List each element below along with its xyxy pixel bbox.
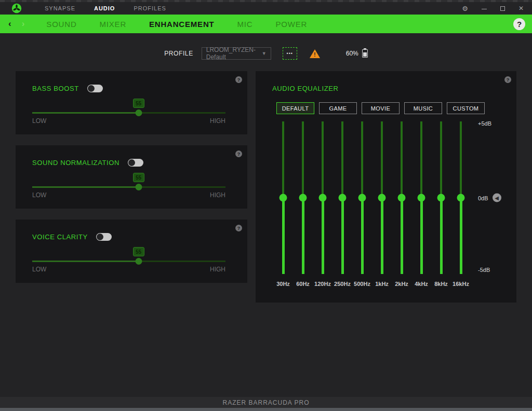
- eq-band-track[interactable]: [460, 121, 462, 274]
- eq-band-track[interactable]: [282, 121, 285, 274]
- collapse-left-arrow-button[interactable]: ◀: [493, 194, 501, 202]
- minimize-button[interactable]: [482, 4, 487, 13]
- tab-mic[interactable]: MIC: [237, 20, 253, 29]
- eq-track-upper: [302, 121, 304, 198]
- eq-band-track[interactable]: [302, 121, 304, 274]
- eq-bands: 30Hz60Hz120Hz250Hz500Hz1kHz2kHz4kHz8kHz1…: [273, 121, 471, 287]
- eq-band-track[interactable]: [440, 121, 443, 274]
- eq-band-label: 250Hz: [334, 281, 351, 287]
- titlebar-tab-profiles[interactable]: PROFILES: [134, 5, 166, 11]
- preset-default-button[interactable]: DEFAULT: [276, 102, 314, 114]
- eq-band-thumb[interactable]: [418, 194, 425, 202]
- voice-clarity-slider[interactable]: 55 LOW HIGH: [32, 247, 225, 274]
- help-circle-icon[interactable]: ?: [235, 150, 242, 157]
- eq-band-2khz: 2kHz: [392, 121, 411, 287]
- toggle-knob: [97, 234, 103, 240]
- eq-band-track[interactable]: [381, 121, 383, 274]
- bass-boost-toggle[interactable]: [87, 85, 103, 92]
- tab-mixer[interactable]: MIXER: [100, 20, 127, 29]
- eq-band-label: 2kHz: [395, 281, 408, 287]
- back-arrow-icon[interactable]: ‹: [8, 19, 11, 29]
- slider-value-badge: 55: [133, 173, 144, 182]
- slider-value-badge: 55: [133, 247, 144, 256]
- titlebar-tab-audio[interactable]: AUDIO: [94, 5, 115, 11]
- slider-thumb[interactable]: [135, 258, 142, 265]
- battery-status: 60%: [346, 49, 368, 58]
- audio-equalizer-title: AUDIO EQUALIZER: [272, 85, 338, 92]
- eq-head: AUDIO EQUALIZER: [256, 71, 516, 92]
- slider-thumb[interactable]: [135, 184, 142, 190]
- eq-band-label: 500Hz: [354, 281, 370, 287]
- eq-band-thumb[interactable]: [358, 194, 366, 202]
- main-content: PROFILE LROOM_RYZEN-Default ▼ ••• ! 60% …: [0, 33, 532, 397]
- warning-exclamation: !: [310, 51, 320, 58]
- slider-track[interactable]: [32, 261, 225, 262]
- maximize-button[interactable]: [500, 4, 505, 13]
- eq-track-upper: [282, 121, 284, 198]
- voice-clarity-toggle[interactable]: [96, 233, 112, 241]
- voice-clarity-panel: ? VOICE CLARITY 55 LOW HIGH: [16, 220, 247, 283]
- eq-band-30hz: 30Hz: [273, 121, 293, 287]
- help-button[interactable]: ?: [513, 18, 525, 30]
- eq-band-track[interactable]: [361, 121, 364, 274]
- sound-normalization-slider[interactable]: 55 LOW HIGH: [32, 173, 225, 200]
- profile-more-button[interactable]: •••: [283, 47, 297, 60]
- eq-band-8khz: 8kHz: [431, 121, 451, 287]
- preset-custom-button[interactable]: CUSTOM: [447, 102, 485, 114]
- eq-band-thumb[interactable]: [457, 194, 465, 202]
- battery-percent-label: 60%: [346, 50, 358, 57]
- slider-labels: LOW HIGH: [32, 266, 225, 273]
- sound-normalization-toggle[interactable]: [128, 159, 143, 167]
- help-circle-icon[interactable]: ?: [235, 76, 242, 83]
- settings-gear-icon[interactable]: ⚙: [462, 5, 468, 12]
- titlebar-tab-synapse[interactable]: SYNAPSE: [45, 5, 75, 11]
- chevron-down-icon: ▼: [262, 51, 267, 56]
- eq-band-thumb[interactable]: [378, 194, 386, 202]
- eq-track-upper: [322, 121, 324, 198]
- scale-mid-row: 0dB ◀: [478, 194, 501, 202]
- eq-band-1khz: 1kHz: [372, 121, 392, 287]
- scale-zero-label: 0dB: [478, 195, 488, 201]
- eq-track-upper: [420, 121, 422, 198]
- eq-track-lower: [440, 198, 443, 274]
- scale-max-label: +5dB: [478, 120, 491, 127]
- eq-track-lower: [420, 198, 423, 274]
- eq-band-track[interactable]: [420, 121, 423, 274]
- eq-band-thumb[interactable]: [280, 194, 287, 202]
- eq-band-60hz: 60Hz: [293, 121, 313, 287]
- slider-thumb[interactable]: [135, 109, 142, 116]
- eq-band-thumb[interactable]: [437, 194, 445, 202]
- preset-music-button[interactable]: MUSIC: [404, 102, 442, 114]
- forward-arrow-icon[interactable]: ›: [22, 19, 25, 29]
- eq-band-thumb[interactable]: [319, 194, 327, 202]
- preset-movie-button[interactable]: MOVIE: [362, 102, 400, 114]
- help-circle-icon[interactable]: ?: [504, 76, 511, 83]
- help-circle-icon[interactable]: ?: [235, 225, 242, 231]
- warning-icon[interactable]: !: [310, 49, 320, 58]
- close-button[interactable]: ✕: [518, 5, 524, 11]
- eq-band-track[interactable]: [322, 121, 324, 274]
- nav-arrows: ‹ ›: [8, 19, 24, 29]
- maximize-icon: [500, 6, 505, 11]
- eq-band-track[interactable]: [341, 121, 344, 274]
- minimize-icon: [482, 9, 487, 9]
- eq-band-500hz: 500Hz: [352, 121, 372, 287]
- footer-bar: RAZER BARRACUDA PRO: [0, 397, 532, 408]
- preset-game-button[interactable]: GAME: [319, 102, 357, 114]
- bass-boost-slider[interactable]: 55 LOW HIGH: [32, 99, 225, 126]
- tab-power[interactable]: POWER: [275, 20, 307, 29]
- tab-enhancement[interactable]: ENHANCEMENT: [149, 20, 214, 29]
- eq-band-thumb[interactable]: [398, 194, 406, 202]
- profile-dropdown[interactable]: LROOM_RYZEN-Default ▼: [202, 47, 271, 60]
- sound-normalization-title: SOUND NORMALIZATION: [32, 159, 119, 167]
- navbar: ‹ › SOUND MIXER ENHANCEMENT MIC POWER ?: [0, 15, 532, 33]
- tab-sound[interactable]: SOUND: [46, 20, 76, 29]
- eq-band-track[interactable]: [401, 121, 403, 274]
- slider-track[interactable]: [32, 186, 225, 188]
- eq-band-thumb[interactable]: [299, 194, 307, 202]
- slider-track[interactable]: [32, 112, 225, 114]
- low-label: LOW: [32, 191, 46, 199]
- device-name-label: RAZER BARRACUDA PRO: [222, 399, 309, 406]
- eq-band-thumb[interactable]: [339, 194, 347, 202]
- razer-synapse-window: SYNAPSE AUDIO PROFILES ⚙ ✕ ‹ › SOUND MIX…: [0, 0, 532, 411]
